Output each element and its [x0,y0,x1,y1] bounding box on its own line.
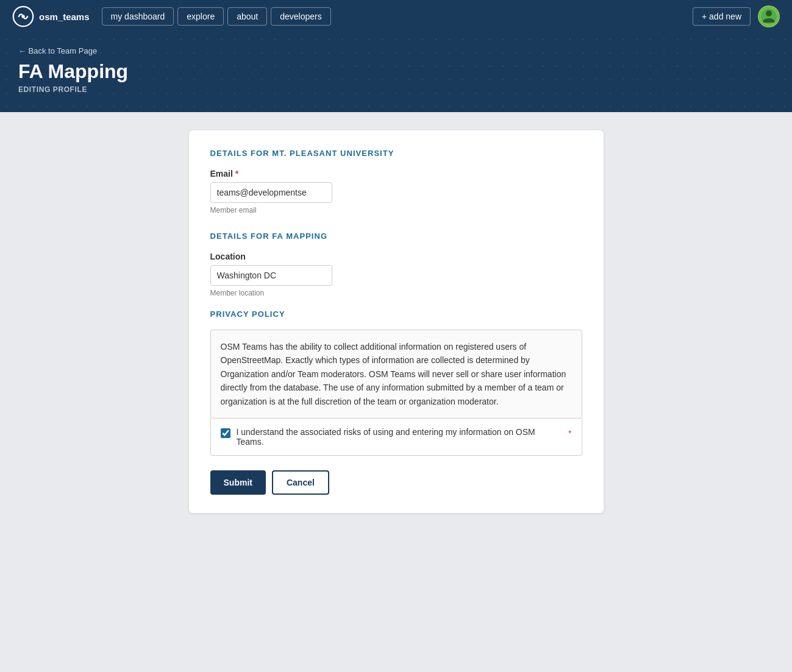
section1-heading: DETAILS FOR MT. PLEASANT UNIVERSITY [210,149,582,158]
email-label: Email * [210,169,582,179]
button-row: Submit Cancel [210,470,582,495]
email-field-group: Email * Member email [210,169,582,214]
location-field-group: Location Member location [210,252,582,297]
cancel-button[interactable]: Cancel [272,470,329,495]
nav-right: + add new [693,5,780,27]
navbar: osm_teams my dashboard explore about dev… [0,0,792,33]
hero-section: ← Back to Team Page FA Mapping EDITING P… [0,33,792,112]
location-label: Location [210,252,582,261]
nav-link-explore[interactable]: explore [177,7,224,26]
nav-links: my dashboard explore about developers [102,7,693,26]
checkbox-area: I understand the associated risks of usi… [210,419,582,456]
form-card: DETAILS FOR MT. PLEASANT UNIVERSITY Emai… [189,130,604,513]
logo-icon [12,5,34,27]
add-new-button[interactable]: + add new [693,7,751,26]
user-avatar[interactable] [758,5,780,27]
location-hint: Member location [210,289,582,297]
nav-link-about[interactable]: about [227,7,267,26]
submit-button[interactable]: Submit [210,470,266,495]
section2-heading: DETAILS FOR FA MAPPING [210,232,582,241]
nav-link-dashboard[interactable]: my dashboard [102,7,174,26]
nav-link-developers[interactable]: developers [271,7,331,26]
privacy-checkbox[interactable] [221,428,230,438]
main-content: DETAILS FOR MT. PLEASANT UNIVERSITY Emai… [0,112,792,531]
email-required-star: * [235,169,238,179]
svg-point-2 [766,10,772,16]
email-hint: Member email [210,206,582,214]
checkbox-required-star: * [568,428,571,438]
avatar-icon [760,7,778,26]
page-title: FA Mapping [18,60,774,83]
privacy-policy-text: OSM Teams has the ability to collect add… [210,330,582,419]
page-subtitle: EDITING PROFILE [18,85,774,94]
svg-point-1 [21,15,24,18]
checkbox-label[interactable]: I understand the associated risks of usi… [237,427,563,447]
location-input[interactable] [210,265,332,286]
nav-logo[interactable]: osm_teams [12,5,90,27]
nav-logo-text: osm_teams [39,12,90,22]
privacy-heading: PRIVACY POLICY [210,309,582,319]
back-link[interactable]: ← Back to Team Page [18,46,97,55]
email-input[interactable] [210,182,332,203]
